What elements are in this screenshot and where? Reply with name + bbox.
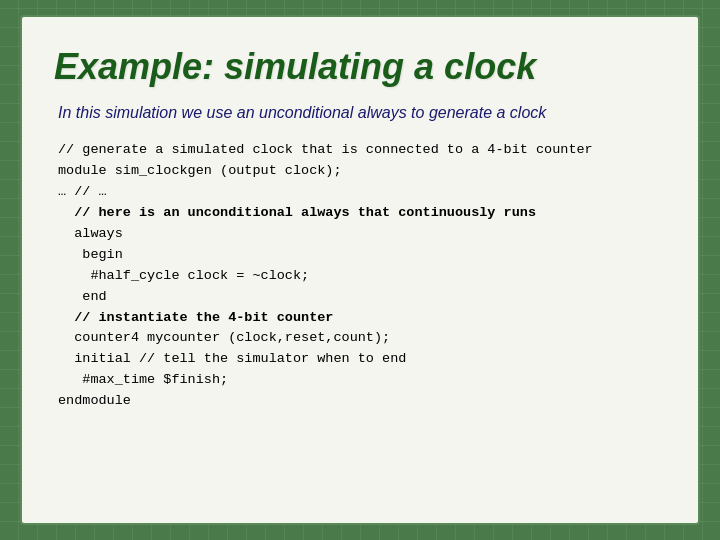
code-line: … // … bbox=[58, 182, 666, 203]
slide-subtitle: In this simulation we use an uncondition… bbox=[54, 104, 666, 122]
code-line: // here is an unconditional always that … bbox=[58, 203, 666, 224]
code-line: initial // tell the simulator when to en… bbox=[58, 349, 666, 370]
code-line: always bbox=[58, 224, 666, 245]
code-line: module sim_clockgen (output clock); bbox=[58, 161, 666, 182]
code-line: counter4 mycounter (clock,reset,count); bbox=[58, 328, 666, 349]
code-line: end bbox=[58, 287, 666, 308]
code-line: // generate a simulated clock that is co… bbox=[58, 140, 666, 161]
code-line: // instantiate the 4-bit counter bbox=[58, 308, 666, 329]
slide-title: Example: simulating a clock bbox=[54, 45, 666, 88]
code-line: #max_time $finish; bbox=[58, 370, 666, 391]
slide: Example: simulating a clock In this simu… bbox=[20, 15, 700, 525]
code-block: // generate a simulated clock that is co… bbox=[54, 140, 666, 412]
code-line: #half_cycle clock = ~clock; bbox=[58, 266, 666, 287]
code-line: endmodule bbox=[58, 391, 666, 412]
code-line: begin bbox=[58, 245, 666, 266]
